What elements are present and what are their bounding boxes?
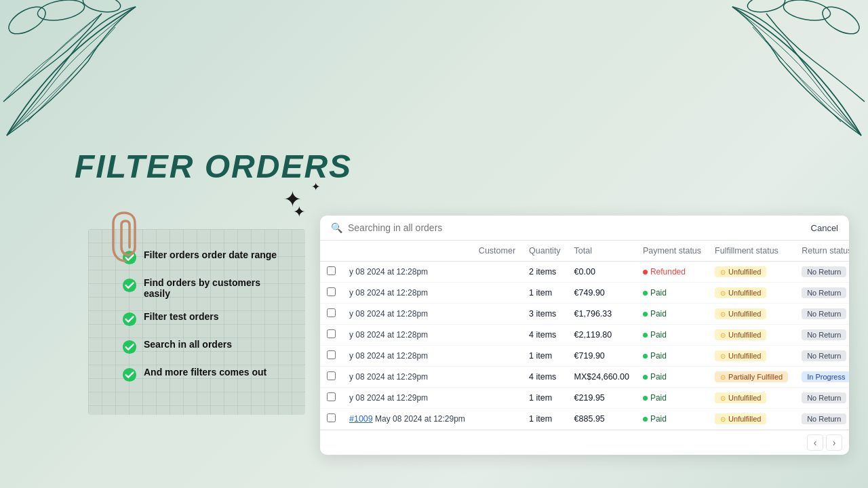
feature-text: Find orders by customers easily (144, 277, 289, 299)
return-badge: No Return (802, 350, 846, 361)
checkmark-icon (122, 340, 137, 354)
payment-cell: Paid (636, 325, 708, 346)
quantity-cell: 1 item (522, 388, 568, 409)
customer-cell (472, 262, 522, 283)
total-cell: MX$24,660.00 (568, 367, 636, 388)
customer-cell (472, 409, 522, 430)
orders-table: Customer Quantity Total Payment status F… (320, 241, 849, 430)
quantity-cell: 4 items (522, 367, 568, 388)
checkmark-icon (122, 367, 137, 382)
row-checkbox[interactable] (327, 329, 336, 338)
customer-cell (472, 304, 522, 325)
prev-page-button[interactable]: ‹ (807, 434, 823, 451)
feature-text: Filter test orders (144, 311, 218, 322)
row-checkbox[interactable] (327, 413, 336, 422)
return-cell: No Return (795, 346, 849, 367)
fulfillment-badge: ⊙ Unfulfilled (715, 308, 766, 319)
payment-status-paid: Paid (643, 372, 667, 382)
pagination: ‹ › (320, 430, 849, 455)
return-badge: No Return (802, 392, 846, 403)
fulfillment-cell: ⊙ Unfulfilled (708, 283, 795, 304)
checkmark-icon (122, 312, 137, 327)
table-row: y 08 2024 at 12:29pm 4 items MX$24,660.0… (320, 367, 849, 388)
payment-status-paid: Paid (643, 351, 667, 361)
feature-text: And more filters comes out (144, 367, 267, 378)
customer-cell (472, 325, 522, 346)
col-customer: Customer (472, 241, 522, 262)
feature-list-item: And more filters comes out (122, 367, 289, 382)
feature-list-item: Find orders by customers easily (122, 277, 289, 299)
feature-text: Filter orders order date range (144, 249, 277, 260)
order-date: y 08 2024 at 12:28pm (349, 288, 428, 298)
feature-list-item: Filter orders order date range (122, 249, 289, 265)
payment-cell: Paid (636, 409, 708, 430)
fulfillment-badge: ⊙ Partially Fulfilled (715, 371, 788, 382)
fulfillment-badge: ⊙ Unfulfilled (715, 350, 766, 361)
customer-cell (472, 388, 522, 409)
order-date: y 08 2024 at 12:28pm (349, 351, 428, 361)
row-checkbox-cell (320, 283, 342, 304)
payment-cell: Paid (636, 346, 708, 367)
fulfillment-cell: ⊙ Unfulfilled (708, 409, 795, 430)
fulfillment-badge: ⊙ Unfulfilled (715, 266, 766, 277)
col-checkbox (320, 241, 342, 262)
order-link[interactable]: #1009 (349, 414, 373, 424)
order-date-cell: #1009 May 08 2024 at 12:29pm (342, 409, 472, 430)
fulfillment-badge: ⊙ Unfulfilled (715, 329, 766, 340)
col-payment: Payment status (636, 241, 708, 262)
quantity-cell: 1 item (522, 409, 568, 430)
return-badge: No Return (802, 308, 846, 319)
row-checkbox[interactable] (327, 266, 336, 275)
row-checkbox[interactable] (327, 287, 336, 296)
table-row: y 08 2024 at 12:28pm 1 item €749.90 Paid… (320, 283, 849, 304)
quantity-cell: 1 item (522, 346, 568, 367)
col-quantity: Quantity (522, 241, 568, 262)
table-row: #1009 May 08 2024 at 12:29pm 1 item €885… (320, 409, 849, 430)
table-row: y 08 2024 at 12:28pm 1 item €719.90 Paid… (320, 346, 849, 367)
order-date: y 08 2024 at 12:29pm (349, 372, 428, 382)
return-cell: No Return (795, 388, 849, 409)
row-checkbox-cell (320, 388, 342, 409)
payment-status-paid: Paid (643, 414, 667, 424)
feature-list-item: Search in all orders (122, 339, 289, 354)
row-checkbox-cell (320, 346, 342, 367)
svg-point-7 (123, 279, 136, 292)
return-badge: No Return (802, 329, 846, 340)
row-checkbox[interactable] (327, 350, 336, 359)
table-row: y 08 2024 at 12:28pm 3 items €1,796.33 P… (320, 304, 849, 325)
row-checkbox[interactable] (327, 308, 336, 317)
order-date: y 08 2024 at 12:28pm (349, 267, 428, 277)
orders-panel: 🔍 Cancel Order Date Order Status Return … (320, 216, 849, 455)
search-input[interactable] (348, 222, 806, 233)
payment-cell: Paid (636, 283, 708, 304)
svg-point-9 (123, 340, 136, 354)
fulfillment-badge: ⊙ Unfulfilled (715, 413, 766, 424)
cancel-button[interactable]: Cancel (811, 223, 838, 233)
feature-text: Search in all orders (144, 339, 232, 350)
return-cell: No Return (795, 262, 849, 283)
total-cell: €719.90 (568, 346, 636, 367)
col-return: Return status (795, 241, 849, 262)
quantity-cell: 3 items (522, 304, 568, 325)
sparkle-decoration: ✦ ✦ ✦ (283, 188, 320, 220)
table-row: y 08 2024 at 12:29pm 1 item €219.95 Paid… (320, 388, 849, 409)
total-cell: €1,796.33 (568, 304, 636, 325)
customer-cell (472, 346, 522, 367)
order-date-cell: y 08 2024 at 12:28pm (342, 262, 472, 283)
search-icon: 🔍 (331, 222, 342, 233)
next-page-button[interactable]: › (826, 434, 842, 451)
feature-list-item: Filter test orders (122, 311, 289, 327)
payment-status-paid: Paid (643, 393, 667, 403)
return-badge: In Progress (802, 371, 849, 382)
fulfillment-badge: ⊙ Unfulfilled (715, 392, 766, 403)
order-date-cell: y 08 2024 at 12:28pm (342, 283, 472, 304)
page-title: Filter Orders (75, 148, 352, 185)
svg-point-10 (123, 368, 136, 382)
order-date: y 08 2024 at 12:28pm (349, 309, 428, 319)
fulfillment-cell: ⊙ Unfulfilled (708, 325, 795, 346)
row-checkbox[interactable] (327, 392, 336, 401)
row-checkbox[interactable] (327, 371, 336, 380)
quantity-cell: 4 items (522, 325, 568, 346)
total-cell: €0.00 (568, 262, 636, 283)
fulfillment-cell: ⊙ Partially Fulfilled (708, 367, 795, 388)
